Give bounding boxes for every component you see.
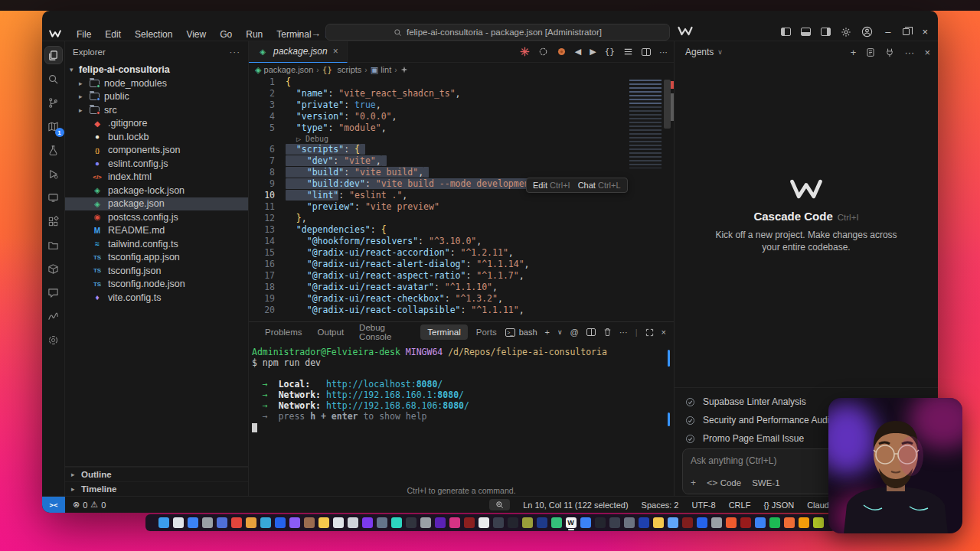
- status-utf-8[interactable]: UTF-8: [691, 500, 715, 510]
- code-editor[interactable]: 1{2 "name": "vite_react_shadcn_ts",3 "pr…: [249, 77, 674, 321]
- new-terminal-icon[interactable]: +: [545, 328, 550, 337]
- taskbar-app[interactable]: [711, 517, 722, 528]
- account-icon[interactable]: [861, 26, 873, 37]
- minimap[interactable]: [629, 80, 662, 168]
- command-center-search[interactable]: felipe-ai-consultoria - package.json [Ad…: [325, 24, 670, 41]
- taskbar-app[interactable]: [435, 517, 446, 528]
- breadcrumb-sparkle[interactable]: [400, 66, 408, 73]
- explorer-more-icon[interactable]: ···: [230, 47, 241, 57]
- codelens-debug[interactable]: ▷ Debug: [296, 134, 328, 144]
- taskbar-app[interactable]: [595, 517, 606, 528]
- nav-back-icon[interactable]: ←: [293, 28, 303, 39]
- maximize-panel-icon[interactable]: [645, 328, 654, 337]
- openai-icon[interactable]: [44, 331, 63, 349]
- explorer-icon[interactable]: [44, 46, 63, 64]
- status-crlf[interactable]: CRLF: [729, 500, 751, 510]
- taskbar-app[interactable]: [362, 517, 373, 528]
- file-tree-item[interactable]: ♦vite.config.ts: [65, 291, 248, 305]
- panel-tab-problems[interactable]: Problems: [258, 324, 309, 340]
- panel-more-icon[interactable]: ···: [619, 328, 628, 337]
- run-ai-icon[interactable]: [520, 47, 530, 57]
- taskbar-app-volume[interactable]: [580, 517, 591, 528]
- taskbar-app[interactable]: [726, 517, 737, 528]
- split-terminal-icon[interactable]: [586, 328, 596, 336]
- taskbar-app[interactable]: [639, 517, 649, 528]
- taskbar-app[interactable]: [624, 517, 635, 528]
- file-tree-item[interactable]: ▸src: [65, 103, 248, 117]
- breadcrumb-scripts[interactable]: {} scripts: [322, 65, 362, 75]
- taskbar-app[interactable]: [260, 517, 271, 528]
- problems-status[interactable]: ⊗0 ⚠0: [65, 500, 106, 510]
- folder-icon[interactable]: [44, 236, 63, 254]
- taskbar-app-play[interactable]: [813, 517, 824, 528]
- file-tree-item[interactable]: ◉postcss.config.js: [65, 210, 248, 224]
- source-control-icon[interactable]: [44, 93, 63, 112]
- terminal-dropdown-icon[interactable]: ∨: [557, 328, 563, 336]
- taskbar-app[interactable]: [304, 517, 315, 528]
- taskbar-app[interactable]: [377, 517, 387, 528]
- signature-icon[interactable]: [44, 307, 63, 325]
- package-box-icon[interactable]: [44, 259, 63, 278]
- taskbar-app[interactable]: [537, 517, 547, 528]
- remote-explorer-icon[interactable]: [44, 188, 63, 207]
- terminal-scrollbar[interactable]: [668, 350, 670, 367]
- map-icon[interactable]: 1: [44, 117, 63, 135]
- taskbar-app[interactable]: [202, 517, 213, 528]
- taskbar-app[interactable]: [217, 517, 227, 528]
- taskbar-app[interactable]: [464, 517, 475, 528]
- taskbar-app[interactable]: [289, 517, 300, 528]
- minimize-button[interactable]: –: [883, 26, 893, 37]
- panel-tab-ports[interactable]: Ports: [469, 324, 504, 340]
- taskbar-app[interactable]: [653, 517, 664, 528]
- nav-forward-icon[interactable]: →: [311, 28, 321, 39]
- taskbar-app[interactable]: [784, 517, 795, 528]
- extensions-icon[interactable]: [44, 212, 63, 230]
- toggle-sidebar-icon[interactable]: [781, 28, 791, 36]
- breadcrumb-package.json[interactable]: ◈ package.json: [255, 65, 313, 75]
- file-tree-item[interactable]: ◆.gitignore: [65, 117, 248, 131]
- history-icon[interactable]: [866, 47, 875, 57]
- taskbar-app[interactable]: [755, 517, 766, 528]
- taskbar-app-photos[interactable]: [668, 517, 678, 528]
- taskbar-app[interactable]: [508, 517, 518, 528]
- taskbar-app-edge[interactable]: [188, 517, 198, 528]
- taskbar-app[interactable]: [493, 517, 504, 528]
- toggle-secondary-sidebar-icon[interactable]: [821, 28, 831, 36]
- panel-tab-output[interactable]: Output: [311, 324, 351, 340]
- file-tree-item[interactable]: ≈tailwind.config.ts: [65, 237, 248, 251]
- attach-icon[interactable]: +: [691, 478, 696, 488]
- timeline-section[interactable]: ▸Timeline: [65, 481, 248, 496]
- tab-package-json[interactable]: ◈ package.json ×: [249, 41, 348, 63]
- file-tree-item[interactable]: {}components.json: [65, 144, 248, 158]
- taskbar-taskbar-search[interactable]: [173, 517, 184, 528]
- taskbar-app[interactable]: [479, 517, 489, 528]
- agents-more-icon[interactable]: ···: [904, 47, 914, 58]
- search-icon[interactable]: [44, 70, 63, 88]
- file-tree-item[interactable]: ▸node_modules: [65, 77, 248, 90]
- taskbar-app[interactable]: [406, 517, 416, 528]
- file-tree-item[interactable]: TStsconfig.app.json: [65, 251, 248, 265]
- panel-tab-terminal[interactable]: Terminal: [420, 324, 467, 340]
- braces-icon[interactable]: {}: [605, 47, 615, 57]
- file-tree-item[interactable]: ●eslint.config.js: [65, 157, 248, 171]
- file-tree-item[interactable]: ◈package-lock.json: [65, 184, 248, 197]
- terminal-scrollbar[interactable]: [668, 412, 670, 426]
- taskbar-app[interactable]: [522, 517, 533, 528]
- kill-terminal-icon[interactable]: [603, 328, 612, 337]
- menu-run[interactable]: Run: [239, 28, 270, 41]
- taskbar-file-explorer[interactable]: [318, 517, 329, 528]
- model-selector[interactable]: SWE-1: [752, 478, 779, 487]
- taskbar-app-chrome[interactable]: [246, 517, 256, 528]
- file-tree-item[interactable]: TStsconfig.json: [65, 264, 248, 278]
- taskbar-app[interactable]: [333, 517, 344, 528]
- next-change-icon[interactable]: ▶: [590, 47, 596, 57]
- remote-indicator[interactable]: ><: [42, 497, 65, 513]
- run-debug-icon[interactable]: [44, 165, 63, 183]
- taskbar-app[interactable]: [348, 517, 358, 528]
- agents-title[interactable]: Agents: [685, 47, 714, 57]
- panel-tab-debug-console[interactable]: Debug Console: [352, 320, 419, 344]
- file-tree-item[interactable]: ▸public: [65, 90, 248, 104]
- restore-button[interactable]: [903, 28, 910, 35]
- menu-view[interactable]: View: [179, 28, 213, 41]
- outline-list-icon[interactable]: [623, 47, 633, 56]
